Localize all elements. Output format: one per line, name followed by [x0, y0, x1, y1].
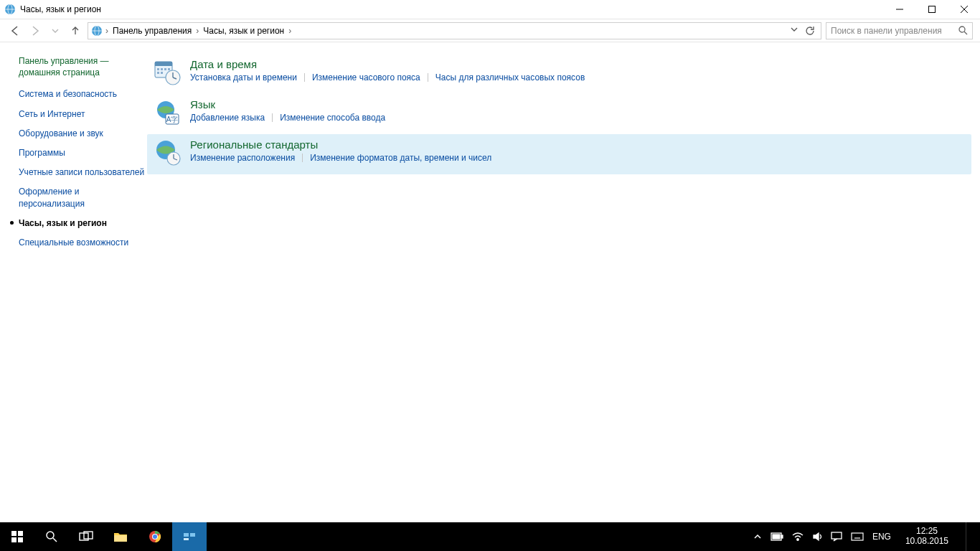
svg-rect-13: [155, 62, 172, 66]
volume-icon[interactable]: [812, 532, 822, 542]
file-explorer-button[interactable]: [103, 522, 138, 551]
link-change-formats[interactable]: Изменение форматов даты, времени и чисел: [310, 153, 491, 163]
svg-point-10: [959, 27, 965, 32]
forward-button[interactable]: [27, 23, 43, 39]
svg-rect-38: [114, 535, 127, 542]
breadcrumb-root[interactable]: Панель управления: [111, 26, 193, 36]
titlebar: Часы, язык и регион: [0, 0, 980, 19]
tray-overflow-icon[interactable]: [753, 532, 762, 541]
svg-point-49: [797, 539, 798, 540]
sidebar-item-network[interactable]: Сеть и Интернет: [19, 108, 147, 120]
control-panel-icon: [91, 25, 103, 37]
svg-rect-50: [831, 532, 842, 539]
svg-point-41: [153, 534, 157, 539]
sidebar-item-appearance[interactable]: Оформление и персонализация: [19, 186, 147, 209]
back-button[interactable]: [7, 23, 23, 39]
link-set-date-time[interactable]: Установка даты и времени: [190, 72, 297, 83]
svg-rect-31: [18, 531, 23, 536]
tray-language[interactable]: ENG: [872, 532, 891, 542]
chevron-right-icon[interactable]: ›: [196, 26, 199, 36]
main-content: Дата и время Установка даты и времени Из…: [147, 42, 980, 522]
svg-rect-15: [161, 68, 163, 70]
heading-date-time[interactable]: Дата и время: [190, 58, 585, 70]
control-panel-taskbar-button[interactable]: [172, 522, 207, 551]
group-date-time: Дата и время Установка даты и времени Из…: [147, 54, 971, 94]
chevron-right-icon[interactable]: ›: [105, 26, 108, 36]
tray-time: 12:25: [905, 527, 948, 537]
link-change-location[interactable]: Изменение расположения: [190, 153, 295, 163]
svg-line-11: [964, 32, 967, 34]
breadcrumb-section[interactable]: Часы, язык и регион: [202, 26, 286, 36]
address-bar[interactable]: › Панель управления › Часы, язык и регио…: [88, 22, 821, 39]
close-button[interactable]: [948, 0, 980, 19]
chevron-right-icon[interactable]: ›: [288, 26, 291, 36]
region-globe-clock-icon: [153, 138, 182, 167]
svg-rect-51: [852, 533, 863, 540]
battery-icon[interactable]: [771, 532, 783, 541]
svg-rect-43: [184, 533, 189, 537]
chevron-down-icon[interactable]: [791, 26, 798, 33]
language-globe-icon: A字: [153, 98, 182, 127]
search-input[interactable]: [831, 26, 958, 36]
svg-rect-19: [161, 72, 163, 74]
link-additional-clocks[interactable]: Часы для различных часовых поясов: [435, 72, 585, 83]
link-add-language[interactable]: Добавление языка: [190, 113, 265, 123]
sidebar-item-system-security[interactable]: Система и безопасность: [19, 88, 147, 100]
clock-calendar-icon: [153, 58, 182, 87]
tray-date: 10.08.2015: [905, 537, 948, 547]
link-change-input-method[interactable]: Изменение способа ввода: [280, 113, 385, 123]
control-panel-icon: [4, 4, 16, 15]
group-region: Региональные стандарты Изменение располо…: [147, 134, 971, 174]
svg-rect-45: [184, 538, 189, 540]
task-view-button[interactable]: [69, 522, 103, 551]
group-language: A字 Язык Добавление языка Изменение спосо…: [147, 94, 971, 134]
search-button[interactable]: [34, 522, 69, 551]
tray-clock[interactable]: 12:25 10.08.2015: [900, 527, 954, 547]
window-title: Часы, язык и регион: [20, 4, 101, 14]
svg-rect-48: [773, 534, 780, 539]
sidebar: Панель управления — домашняя страница Си…: [0, 42, 147, 522]
sidebar-item-hardware[interactable]: Оборудование и звук: [19, 128, 147, 139]
svg-rect-44: [190, 533, 195, 537]
svg-line-35: [53, 538, 57, 542]
sidebar-item-users[interactable]: Учетные записи пользователей: [19, 166, 147, 178]
svg-rect-16: [164, 68, 166, 70]
show-desktop-button[interactable]: [966, 522, 977, 551]
heading-region[interactable]: Региональные стандарты: [190, 138, 491, 151]
minimize-button[interactable]: [883, 0, 915, 19]
svg-text:A字: A字: [166, 116, 179, 123]
refresh-icon[interactable]: [805, 26, 815, 36]
svg-rect-14: [157, 68, 159, 70]
svg-rect-18: [157, 72, 159, 74]
sidebar-item-accessibility[interactable]: Специальные возможности: [19, 237, 147, 248]
svg-rect-47: [781, 535, 783, 538]
sidebar-item-programs[interactable]: Программы: [19, 147, 147, 159]
keyboard-icon[interactable]: [851, 532, 864, 541]
maximize-button[interactable]: [915, 0, 948, 19]
svg-rect-33: [18, 537, 23, 542]
start-button[interactable]: [0, 522, 34, 551]
sidebar-item-clock-lang-region[interactable]: Часы, язык и регион: [19, 217, 147, 229]
svg-rect-4: [928, 6, 935, 13]
link-change-timezone[interactable]: Изменение часового пояса: [312, 72, 420, 83]
svg-rect-17: [168, 68, 170, 70]
taskbar: ENG 12:25 10.08.2015: [0, 522, 980, 551]
recent-dropdown[interactable]: [47, 23, 63, 39]
svg-point-34: [47, 532, 54, 539]
search-box[interactable]: [826, 22, 973, 39]
action-center-icon[interactable]: [831, 532, 842, 542]
svg-rect-32: [11, 537, 17, 542]
sidebar-home[interactable]: Панель управления — домашняя страница: [19, 55, 147, 78]
up-button[interactable]: [67, 23, 83, 39]
wifi-icon[interactable]: [792, 532, 804, 542]
search-icon: [958, 26, 968, 35]
heading-language[interactable]: Язык: [190, 98, 385, 110]
chrome-button[interactable]: [138, 522, 172, 551]
svg-rect-30: [11, 531, 17, 536]
navbar: › Панель управления › Часы, язык и регио…: [0, 19, 980, 42]
